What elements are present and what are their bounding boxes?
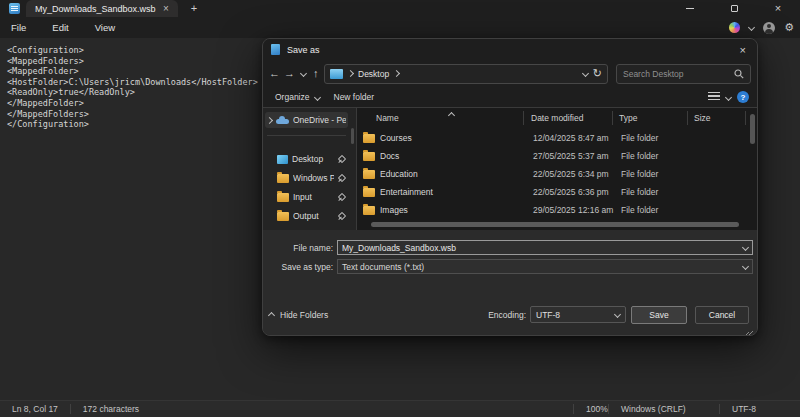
encoding-label: Encoding:: [456, 310, 526, 320]
organize-label: Organize: [275, 92, 310, 102]
file-name: Courses: [380, 133, 412, 143]
address-dropdown-chevron-icon[interactable]: [582, 70, 589, 77]
breadcrumb-chevron-icon: [393, 70, 400, 77]
back-icon[interactable]: ←: [269, 68, 280, 79]
organize-button[interactable]: Organize: [271, 90, 324, 104]
document-tab[interactable]: My_Downloads_Sandbox.wsb ×: [26, 0, 178, 17]
menu-view[interactable]: View: [92, 20, 118, 35]
encoding-select[interactable]: UTF-8: [530, 306, 626, 323]
cancel-button[interactable]: Cancel: [695, 306, 749, 324]
tab-close-icon[interactable]: ×: [160, 3, 172, 14]
dialog-titlebar: Save as ×: [263, 39, 757, 60]
menubar: File Edit View ⚙: [0, 17, 800, 38]
file-list: Name Date modified Type Size Courses 12/…: [357, 108, 757, 230]
hide-folders-button[interactable]: Hide Folders: [269, 306, 328, 324]
help-icon[interactable]: ?: [737, 91, 749, 103]
view-mode-icon[interactable]: [708, 92, 720, 102]
sidebar-scrollbar[interactable]: [351, 128, 354, 144]
file-row-images[interactable]: Images 29/05/2025 12:16 am File folder: [359, 201, 745, 219]
save-button[interactable]: Save: [631, 306, 687, 324]
file-row-education[interactable]: Education 22/05/2025 6:34 pm File folder: [359, 165, 745, 183]
menu-file[interactable]: File: [8, 20, 29, 35]
close-button[interactable]: ×: [756, 0, 800, 17]
file-date: 27/05/2025 5:37 am: [533, 151, 609, 161]
dialog-toolbar: Organize New folder ?: [263, 87, 757, 107]
copilot-chevron-down-icon[interactable]: [748, 24, 755, 31]
save-as-type-value: Text documents (*.txt): [342, 262, 424, 272]
maximize-icon: [731, 5, 738, 12]
pin-icon: [338, 193, 346, 201]
file-name-input[interactable]: [342, 243, 743, 253]
account-icon[interactable]: [763, 22, 775, 34]
resize-grip[interactable]: [746, 328, 753, 335]
sidebar-item-label: Desktop: [292, 154, 334, 164]
hide-folders-label: Hide Folders: [280, 310, 328, 320]
dialog-title: Save as: [287, 45, 737, 55]
horizontal-scrollbar[interactable]: [371, 222, 739, 227]
pin-icon: [338, 155, 346, 163]
column-header-type[interactable]: Type: [619, 108, 637, 128]
search-box[interactable]: [616, 64, 751, 84]
file-row-courses[interactable]: Courses 12/04/2025 8:47 am File folder: [359, 129, 745, 147]
sidebar-item-windows-pro[interactable]: Windows Pro: [275, 170, 348, 186]
search-input[interactable]: [623, 69, 734, 79]
organize-chevron-down-icon: [313, 93, 320, 100]
column-separator: [687, 111, 688, 125]
view-mode-chevron-icon[interactable]: [725, 93, 732, 100]
breadcrumb-chevron-icon: [347, 70, 354, 77]
file-name-field[interactable]: [337, 240, 753, 255]
status-char-count: 172 characters: [71, 404, 151, 414]
document-icon: [271, 44, 280, 55]
folder-icon: [363, 134, 375, 143]
breadcrumb-desktop[interactable]: Desktop: [358, 69, 389, 79]
sidebar-item-label: Input: [293, 192, 334, 202]
column-header-date[interactable]: Date modified: [531, 108, 583, 128]
onedrive-cloud-icon: [276, 116, 289, 124]
column-header-name[interactable]: Name: [376, 108, 399, 128]
forward-icon[interactable]: →: [284, 68, 295, 79]
new-folder-button[interactable]: New folder: [330, 90, 379, 104]
file-type: File folder: [621, 205, 658, 215]
sidebar-item-input[interactable]: Input: [275, 189, 348, 205]
sidebar-item-label: Windows Pro: [293, 173, 334, 183]
sidebar-item-desktop[interactable]: Desktop: [275, 151, 348, 167]
expander-chevron-icon[interactable]: [266, 116, 273, 123]
column-header-size[interactable]: Size: [694, 108, 711, 128]
pin-icon: [338, 212, 346, 220]
settings-gear-icon[interactable]: ⚙: [784, 22, 794, 33]
dialog-close-icon[interactable]: ×: [737, 44, 749, 56]
sidebar-item-output[interactable]: Output: [275, 208, 348, 224]
maximize-button[interactable]: [712, 0, 756, 17]
copilot-icon[interactable]: [729, 22, 740, 33]
file-name: Images: [380, 205, 408, 215]
file-row-entertainment[interactable]: Entertainment 22/05/2025 6:36 pm File fo…: [359, 183, 745, 201]
status-line-endings: Windows (CRLF): [609, 404, 719, 414]
close-icon: ×: [775, 3, 781, 14]
vertical-scrollbar[interactable]: [750, 114, 755, 144]
folder-icon: [363, 206, 375, 215]
sidebar-item-onedrive[interactable]: OneDrive - Perso: [265, 112, 348, 128]
status-bar: Ln 8, Col 17 172 characters 100% Windows…: [0, 400, 800, 417]
encoding-value: UTF-8: [536, 310, 560, 320]
minimize-button[interactable]: [668, 0, 712, 17]
file-name-chevron-icon[interactable]: [742, 244, 749, 251]
file-row-docs[interactable]: Docs 27/05/2025 5:37 am File folder: [359, 147, 745, 165]
dialog-navigation-row: ← → ↑ Desktop ↻: [263, 60, 757, 87]
address-bar[interactable]: Desktop ↻: [324, 64, 608, 84]
refresh-icon[interactable]: ↻: [593, 68, 602, 79]
status-encoding: UTF-8: [720, 404, 800, 414]
save-as-type-label: Save as type:: [263, 262, 333, 272]
sidebar-divider: [267, 135, 346, 136]
folder-icon: [277, 174, 289, 183]
folder-icon: [363, 188, 375, 197]
menu-edit[interactable]: Edit: [49, 20, 71, 35]
new-tab-button[interactable]: +: [186, 1, 202, 16]
save-as-type-select[interactable]: Text documents (*.txt): [337, 259, 753, 274]
recent-locations-chevron-icon[interactable]: [299, 71, 308, 76]
save-as-dialog: Save as × ← → ↑ Desktop ↻: [262, 38, 758, 336]
column-separator: [612, 111, 613, 125]
dialog-content: OneDrive - Perso Desktop Windows Pro Inp…: [263, 108, 757, 230]
up-icon[interactable]: ↑: [312, 68, 321, 79]
sort-ascending-icon: [449, 110, 454, 120]
file-type: File folder: [621, 151, 658, 161]
